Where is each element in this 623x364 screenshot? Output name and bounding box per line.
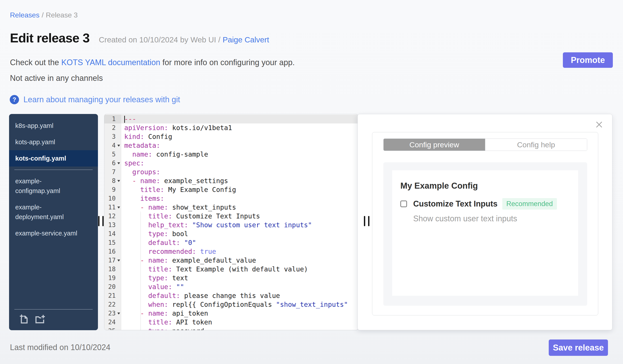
line-number: 5 [104,150,121,159]
code-segment [124,221,148,229]
line-number: 21 [104,291,121,300]
code-segment: "Show custom user text inputs" [192,221,312,229]
code-segment: name: [132,150,152,158]
fold-arrow-icon[interactable] [117,313,120,315]
resize-bar [102,216,104,226]
created-meta: Created on 10/10/2024 by Web UI /Paige C… [99,35,269,44]
sidebar-actions [9,309,98,330]
new-file-icon[interactable] [19,314,29,324]
code-segment [124,177,132,185]
file-item[interactable]: kots-app.yaml [9,134,98,150]
doc-text-suffix: for more info on configuring your app. [162,58,295,67]
code-segment: true [200,248,216,255]
fold-arrow-icon[interactable] [117,260,120,262]
code-line: 17 - name: example_default_value [104,256,358,265]
code-segment [124,248,148,255]
code-segment: groups: [132,168,160,176]
close-icon[interactable] [595,121,603,128]
code-segment [124,274,148,282]
author-link[interactable]: Paige Calvert [223,35,269,44]
code-text: metadata: [121,141,358,150]
config-preview-panel: Config previewConfig help My Example Con… [357,114,612,330]
fold-arrow-icon[interactable] [117,206,120,208]
config-item-help: Show custom user text inputs [413,214,578,223]
preview-gray-area: My Example Config Customize Text Inputs … [383,162,587,306]
code-text: groups: [121,168,358,177]
file-item[interactable]: k8s-app.yaml [9,118,98,134]
code-line: 12 title: Customize Text Inputs [104,212,358,221]
code-line: 2apiVersion: kots.io/v1beta1 [104,123,358,132]
line-number: 6 [104,159,121,168]
doc-text-prefix: Check out the [10,58,59,67]
code-segment [180,239,184,246]
config-item-row: Customize Text Inputs Recommended [400,198,578,210]
git-releases-link[interactable]: Learn about managing your releases with … [23,95,180,104]
code-line: 5 name: config-sample [104,150,358,159]
doc-row: Check out theKOTS YAML documentationfor … [10,58,295,67]
file-item[interactable]: example- deployment.yaml [9,199,98,225]
resize-bar [98,216,99,226]
file-item[interactable]: example- configmap.yaml [9,173,98,199]
code-segment [124,309,140,317]
promote-button[interactable]: Promote [563,52,613,68]
code-lines: 1---2apiVersion: kots.io/v1beta13kind: C… [104,115,358,330]
customize-text-inputs-checkbox[interactable] [400,201,407,207]
code-text: default: "0" [121,238,358,247]
code-segment [124,150,132,158]
title-row: Edit release 3 Created on 10/10/2024 by … [10,30,269,45]
code-line: 16 recommended: true [104,247,358,256]
file-item[interactable]: kots-config.yaml [9,150,98,166]
code-segment: items: [140,195,164,202]
code-segment: text [168,274,188,282]
code-segment: metadata: [124,142,160,149]
line-number: 17 [104,256,121,265]
code-segment: when: [148,301,168,308]
tab-config-preview[interactable]: Config preview [384,139,485,151]
editor-resize-handle[interactable] [364,216,369,226]
code-segment [124,195,140,202]
code-line: 7 groups: [104,168,358,177]
code-segment: --- [124,115,136,123]
code-segment [124,256,140,264]
sidebar-resize-handle[interactable] [98,216,104,226]
code-segment: name: [140,177,160,185]
channel-status: Not active in any channels [10,74,103,83]
fold-arrow-icon[interactable] [117,180,120,182]
code-segment: "0" [184,239,196,246]
code-segment [124,301,148,308]
code-text: title: Text Example (with default value) [121,265,358,274]
file-item[interactable]: example-service.yaml [9,225,98,242]
code-segment [124,186,140,194]
line-number: 23 [104,309,121,318]
code-segment [124,292,148,300]
preview-card: Config previewConfig help My Example Con… [372,132,598,315]
code-text: type: bool [121,229,358,238]
breadcrumb: Releases/Release 3 [10,11,78,19]
save-release-button[interactable]: Save release [549,340,608,356]
code-text: help_text: "Show custom user text inputs… [121,221,358,229]
code-segment: default: [148,292,180,300]
code-line: 22 when: repl{{ ConfigOptionEquals "show… [104,300,358,309]
breadcrumb-releases-link[interactable]: Releases [10,11,39,19]
code-segment [172,283,176,291]
line-number: 10 [104,194,121,203]
code-text: spec: [121,159,358,168]
code-line: 21 default: please change this value [104,291,358,300]
code-segment: repl{{ ConfigOptionEquals [168,301,276,308]
fold-arrow-icon[interactable] [117,145,120,147]
question-icon: ? [10,95,19,104]
tab-config-help[interactable]: Config help [485,139,587,151]
code-segment: config-sample [152,150,208,158]
code-text: value: "" [121,283,358,291]
new-folder-icon[interactable] [35,314,45,324]
config-card: My Example Config Customize Text Inputs … [392,170,578,296]
fold-arrow-icon[interactable] [117,162,120,164]
sidebar-bottom [9,309,98,330]
kots-yaml-doc-link[interactable]: KOTS YAML documentation [61,58,160,67]
code-segment: - [140,203,148,211]
code-line: 6spec: [104,159,358,168]
yaml-code-editor[interactable]: 1---2apiVersion: kots.io/v1beta13kind: C… [104,114,358,330]
code-line: 20 value: "" [104,283,358,291]
line-number: 14 [104,229,121,238]
line-number: 4 [104,141,121,150]
